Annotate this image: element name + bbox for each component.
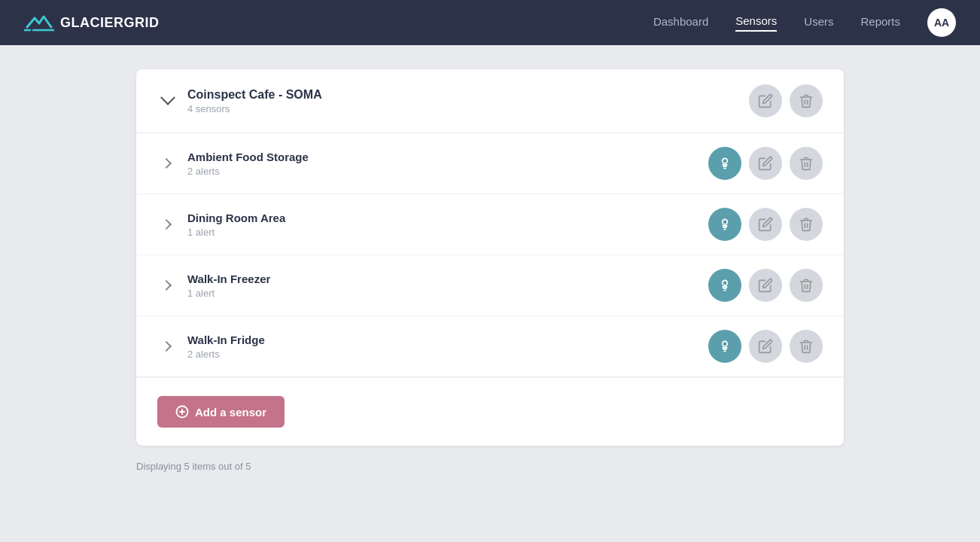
sensor-3-action-buttons — [708, 330, 823, 363]
location-name: Coinspect Cafe - SOMA — [187, 88, 749, 102]
sensor-0-bulb-button[interactable] — [708, 147, 741, 180]
add-sensor-button[interactable]: Add a sensor — [157, 396, 285, 428]
sensor-expand-btn-0[interactable] — [157, 154, 175, 172]
nav-reports[interactable]: Reports — [860, 15, 900, 31]
main-content: Coinspect Cafe - SOMA 4 sensors — [0, 45, 980, 496]
pencil-icon — [758, 93, 773, 108]
sensor-3-delete-button[interactable] — [790, 330, 823, 363]
sensor-2-bulb-button[interactable] — [708, 269, 741, 302]
chevron-right-icon — [161, 280, 172, 291]
sensor-name-2: Walk-In Freezer — [187, 273, 708, 285]
avatar[interactable]: AA — [927, 8, 956, 37]
chevron-right-icon — [161, 158, 172, 169]
sensor-info-1: Dining Room Area 1 alert — [187, 212, 708, 238]
svg-point-3 — [723, 341, 728, 346]
pencil-icon — [758, 278, 773, 293]
sensor-row: Walk-In Fridge 2 alerts — [136, 316, 844, 377]
logo-text: GLACIERGRID — [60, 15, 160, 31]
bulb-icon — [717, 278, 732, 293]
sensor-1-bulb-button[interactable] — [708, 208, 741, 241]
sensor-alerts-0: 2 alerts — [187, 166, 708, 177]
sensor-row: Dining Room Area 1 alert — [136, 194, 844, 255]
chevron-down-icon — [160, 90, 175, 105]
pencil-icon — [758, 156, 773, 171]
nav-dashboard[interactable]: Dashboard — [653, 15, 708, 31]
sensor-3-edit-button[interactable] — [749, 330, 782, 363]
sensor-expand-btn-2[interactable] — [157, 276, 175, 294]
bulb-icon — [717, 156, 732, 171]
bulb-icon — [717, 339, 732, 354]
location-delete-button[interactable] — [790, 84, 823, 117]
sensor-alerts-1: 1 alert — [187, 227, 708, 238]
location-info: Coinspect Cafe - SOMA 4 sensors — [187, 88, 749, 114]
sensor-1-edit-button[interactable] — [749, 208, 782, 241]
svg-point-0 — [723, 158, 728, 163]
add-sensor-row: Add a sensor — [136, 377, 844, 446]
navbar: GLACIERGRID Dashboard Sensors Users Repo… — [0, 0, 980, 45]
sensor-row: Walk-In Freezer 1 alert — [136, 255, 844, 316]
svg-point-1 — [723, 219, 728, 224]
nav-links: Dashboard Sensors Users Reports AA — [653, 8, 956, 37]
logo-icon — [24, 12, 54, 33]
pencil-icon — [758, 339, 773, 354]
sensor-expand-btn-3[interactable] — [157, 337, 175, 355]
sensor-name-1: Dining Room Area — [187, 212, 708, 224]
sensor-1-action-buttons — [708, 208, 823, 241]
sensor-info-3: Walk-In Fridge 2 alerts — [187, 333, 708, 360]
sensor-1-delete-button[interactable] — [790, 208, 823, 241]
logo[interactable]: GLACIERGRID — [24, 12, 160, 33]
nav-users[interactable]: Users — [804, 15, 833, 31]
trash-icon — [799, 93, 814, 108]
sensor-info-0: Ambient Food Storage 2 alerts — [187, 151, 708, 177]
footer-text: Displaying 5 items out of 5 — [136, 461, 844, 472]
location-expand-btn[interactable] — [157, 90, 178, 111]
trash-icon — [799, 278, 814, 293]
trash-icon — [799, 217, 814, 232]
location-action-buttons — [749, 84, 823, 117]
sensor-2-action-buttons — [708, 269, 823, 302]
sensor-name-3: Walk-In Fridge — [187, 333, 708, 346]
sensor-row: Ambient Food Storage 2 alerts — [136, 133, 844, 194]
location-edit-button[interactable] — [749, 84, 782, 117]
sensor-2-edit-button[interactable] — [749, 269, 782, 302]
trash-icon — [799, 339, 814, 354]
sensor-3-bulb-button[interactable] — [708, 330, 741, 363]
sensor-0-delete-button[interactable] — [790, 147, 823, 180]
sensor-0-action-buttons — [708, 147, 823, 180]
sensor-alerts-2: 1 alert — [187, 288, 708, 299]
chevron-right-icon — [161, 219, 172, 230]
sensor-expand-btn-1[interactable] — [157, 215, 175, 233]
sensor-name-0: Ambient Food Storage — [187, 151, 708, 163]
location-row: Coinspect Cafe - SOMA 4 sensors — [136, 69, 844, 133]
trash-icon — [799, 156, 814, 171]
sensor-alerts-3: 2 alerts — [187, 349, 708, 360]
sensor-0-edit-button[interactable] — [749, 147, 782, 180]
pencil-icon — [758, 217, 773, 232]
svg-point-2 — [723, 280, 728, 285]
sensor-2-delete-button[interactable] — [790, 269, 823, 302]
plus-circle-icon — [175, 405, 189, 419]
sensor-card: Coinspect Cafe - SOMA 4 sensors — [136, 69, 844, 446]
nav-sensors[interactable]: Sensors — [735, 14, 777, 32]
location-sensor-count: 4 sensors — [187, 103, 749, 114]
bulb-icon — [717, 217, 732, 232]
chevron-right-icon — [161, 341, 172, 352]
sensor-info-2: Walk-In Freezer 1 alert — [187, 273, 708, 299]
